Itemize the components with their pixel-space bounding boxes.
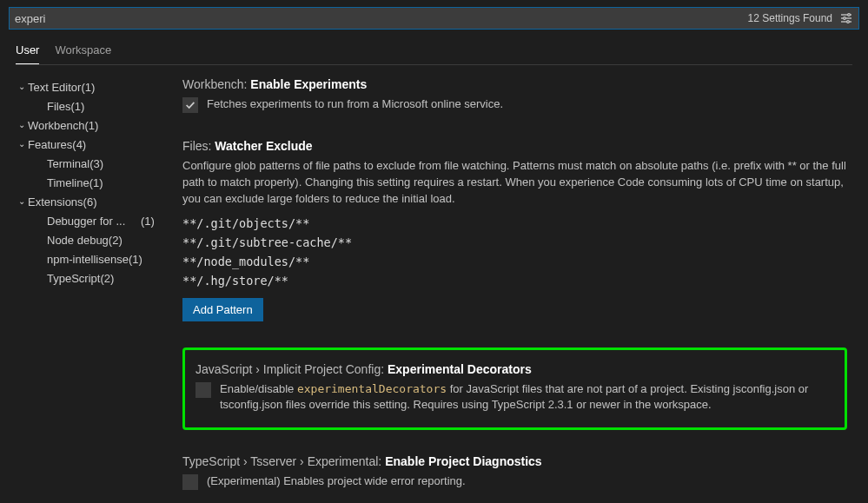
tree-section[interactable]: ⌄Text Editor (1) [16,77,165,96]
chevron-down-icon: ⌄ [16,116,28,135]
svg-point-5 [847,21,850,23]
setting-scope: TypeScript › Tsserver › Experimental: [182,454,381,468]
tree-section[interactable]: ⌄Features (4) [16,135,165,154]
tree-item-count: (2) [100,272,114,285]
tree-section-count: (1) [85,119,99,132]
tree-item[interactable]: TypeScript (2) [16,268,165,288]
exclude-pattern[interactable]: **/node_modules/** [182,255,847,268]
code-literal: experimentalDecorators [297,382,447,395]
tab-user[interactable]: User [16,43,39,64]
settings-list: Workbench: Enable Experiments Fetches ex… [182,77,852,503]
tree-item[interactable]: Files (1) [16,96,165,116]
chevron-down-icon: ⌄ [16,135,28,154]
tree-item-count: (1) [129,253,142,266]
setting-description: Configure glob patterns of file paths to… [182,158,847,208]
tree-item[interactable]: Debugger for ... (1) [16,211,165,230]
setting-description: Enable/disable experimentalDecorators fo… [220,381,834,414]
chevron-down-icon: ⌄ [16,192,28,211]
tree-item-count: (3) [89,157,103,170]
exclude-pattern[interactable]: **/.git/objects/** [182,216,847,230]
tree-item[interactable]: npm-intellisense (1) [16,249,165,268]
setting-experimental-decorators: JavaScript › Implicit Project Config: Ex… [195,362,834,414]
tree-item-count: (2) [109,234,123,247]
setting-name: Experimental Decorators [388,362,532,376]
add-pattern-button[interactable]: Add Pattern [182,298,263,321]
chevron-down-icon: ⌄ [16,77,28,96]
tree-item-count: (1) [89,176,103,189]
exclude-pattern[interactable]: **/.git/subtree-cache/** [182,235,847,249]
tree-item-label: TypeScript [47,272,100,285]
tree-item-label: Timeline [47,176,89,189]
tree-item-label: Files [47,100,70,113]
exclude-pattern[interactable]: **/.hg/store/** [182,274,847,288]
tree-item[interactable]: Terminal (3) [16,154,165,173]
setting-description: (Experimental) Enables project wide erro… [207,473,466,490]
setting-description: Fetches experiments to run from a Micros… [207,96,503,113]
setting-name: Enable Experiments [250,77,367,91]
search-input[interactable] [15,12,748,25]
tree-item[interactable]: Timeline (1) [16,173,165,192]
svg-point-3 [848,14,851,17]
tree-section-label: Features [28,138,72,151]
tree-section-label: Text Editor [28,81,81,94]
svg-point-4 [844,17,846,20]
checkbox[interactable] [195,382,211,398]
setting-project-diagnostics: TypeScript › Tsserver › Experimental: En… [182,454,847,490]
tree-section-label: Workbench [28,119,85,132]
tree-item-label: Terminal [47,157,89,170]
settings-found-label: 12 Settings Found [748,12,832,24]
tree-item-label: npm-intellisense [47,253,129,266]
settings-tree: ⌄Text Editor (1) Files (1)⌄Workbench (1)… [16,77,165,503]
tree-item-count: (1) [141,215,155,228]
exclude-patterns-list: **/.git/objects/****/.git/subtree-cache/… [182,216,847,288]
checkbox[interactable] [182,97,198,113]
setting-scope: Files: [182,139,211,153]
settings-search-bar[interactable]: 12 Settings Found [9,7,859,30]
tree-item[interactable]: Node debug (2) [16,230,165,249]
setting-scope: Workbench: [182,77,247,91]
setting-name: Watcher Exclude [215,139,312,153]
tab-workspace[interactable]: Workspace [55,43,111,64]
tree-section-count: (4) [72,138,86,151]
tree-section-label: Extensions [28,195,83,208]
settings-tabs: User Workspace [0,30,868,65]
tree-section-count: (1) [81,81,95,94]
tree-item-count: (1) [70,100,84,113]
setting-watcher-exclude: Files: Watcher Exclude Configure glob pa… [182,139,847,321]
tree-section[interactable]: ⌄Workbench (1) [16,116,165,135]
setting-name: Enable Project Diagnostics [385,454,542,468]
highlighted-setting: JavaScript › Implicit Project Config: Ex… [182,347,847,431]
setting-enable-experiments: Workbench: Enable Experiments Fetches ex… [182,77,847,113]
checkbox[interactable] [182,474,198,490]
tree-item-label: Node debug [47,234,109,247]
tree-section[interactable]: ⌄Extensions (6) [16,192,165,211]
tree-section-count: (6) [83,195,97,208]
tree-item-label: Debugger for ... [47,215,141,228]
filter-icon[interactable] [839,11,853,25]
setting-scope: JavaScript › Implicit Project Config: [195,362,384,376]
